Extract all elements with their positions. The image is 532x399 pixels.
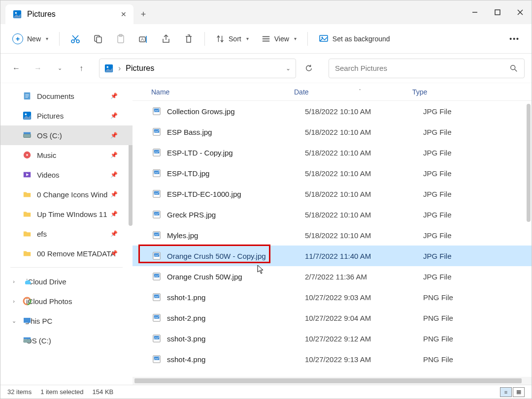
recent-button[interactable]: ⌄ [51, 60, 68, 77]
file-type: JPG File [423, 252, 532, 260]
col-name[interactable]: Name [151, 88, 294, 96]
sidebar-item-up-time-windows-11[interactable]: Up Time WIndows 11📌 [0, 204, 133, 224]
svg-rect-42 [24, 338, 31, 339]
thumbnails-view-button[interactable]: ▦ [513, 387, 525, 397]
tab-close-icon[interactable]: ✕ [121, 10, 127, 18]
file-date: 5/18/2022 10:10 AM [305, 211, 423, 219]
sidebar-item-music[interactable]: Music📌 [0, 145, 133, 165]
file-row[interactable]: sshot-1.png10/27/2022 9:03 AMPNG File [133, 287, 532, 307]
up-button[interactable]: ↑ [72, 60, 90, 77]
svg-point-1 [15, 12, 17, 14]
file-icon [151, 354, 162, 365]
sidebar-item-os-c-[interactable]: ›OS (C:) [0, 331, 133, 350]
col-date[interactable]: Date [294, 88, 412, 96]
search-input[interactable] [335, 64, 509, 72]
sidebar-item-documents[interactable]: Documents📌 [0, 86, 133, 106]
details-view-button[interactable]: ≡ [500, 387, 512, 397]
address-dropdown[interactable]: ⌄ [286, 65, 291, 72]
file-row[interactable]: sshot-4.png10/27/2022 9:13 AMPNG File [133, 349, 532, 369]
new-tab-button[interactable]: + [133, 4, 153, 24]
file-row[interactable]: Collection Grows.jpg5/18/2022 10:10 AMJP… [133, 101, 532, 122]
file-type: JPG File [423, 190, 532, 198]
expand-icon[interactable]: › [10, 278, 17, 284]
pictures-icon [104, 64, 113, 73]
file-row[interactable]: ESP Bass.jpg5/18/2022 10:10 AMJPG File [133, 122, 532, 142]
maximize-button[interactable] [486, 0, 509, 24]
file-row[interactable]: sshot-3.png10/27/2022 9:12 AMPNG File [133, 328, 532, 349]
search-icon[interactable] [509, 64, 518, 73]
file-icon [151, 188, 162, 199]
file-row[interactable]: ESP-LTD - Copy.jpg5/18/2022 10:10 AMJPG … [133, 142, 532, 163]
file-row[interactable]: ESP-LTD.jpg5/18/2022 10:10 AMJPG File [133, 163, 532, 184]
file-row[interactable]: Greck PRS.jpg5/18/2022 10:10 AMJPG File [133, 204, 532, 225]
sidebar-item-os-c-[interactable]: OS (C:)📌 [0, 125, 133, 145]
sidebar-item-this-pc[interactable]: ⌄This PC [0, 311, 133, 331]
sidebar-item-efs[interactable]: efs📌 [0, 224, 133, 244]
pictures-icon [12, 9, 22, 19]
file-type: JPG File [423, 128, 532, 136]
background-label: Set as background [332, 35, 390, 43]
file-date: 5/18/2022 10:10 AM [305, 169, 423, 178]
pin-icon: 📌 [110, 171, 118, 178]
sidebar-item-pictures[interactable]: Pictures📌 [0, 106, 133, 125]
file-icon [151, 312, 162, 323]
file-date: 5/18/2022 10:10 AM [305, 149, 423, 157]
file-row[interactable]: ESP-LTD-EC-1000.jpg5/18/2022 10:10 AMJPG… [133, 184, 532, 204]
tab-pictures[interactable]: Pictures ✕ [5, 4, 133, 24]
expand-icon[interactable]: › [10, 298, 17, 304]
separator [59, 32, 60, 46]
forward-button[interactable]: → [29, 60, 47, 77]
minimize-button[interactable] [464, 0, 486, 24]
vertical-scrollbar[interactable] [527, 104, 531, 222]
nav-row: ← → ⌄ ↑ › Pictures ⌄ [0, 54, 532, 83]
svg-point-24 [511, 65, 515, 69]
expand-icon[interactable]: ⌄ [10, 318, 17, 324]
more-button[interactable]: ••• [504, 30, 525, 48]
sort-asc-icon: ˆ [359, 89, 361, 94]
cut-button[interactable] [66, 30, 85, 48]
share-button[interactable] [156, 30, 176, 48]
file-row[interactable]: Orange Crush 50W - Copy.jpg11/7/2022 11:… [133, 246, 532, 266]
back-button[interactable]: ← [7, 60, 25, 77]
file-row[interactable]: Orange Crush 50W.jpg2/7/2022 11:36 AMJPG… [133, 266, 532, 287]
breadcrumb-sep: › [118, 64, 121, 73]
pin-icon: 📌 [110, 92, 118, 99]
sidebar-item-0-change-icons-wind[interactable]: 0 Change Icons Wind📌 [0, 184, 133, 204]
sidebar-item-icloud-photos[interactable]: ›iCloud Photos [0, 291, 133, 311]
sidebar-item-icloud-drive[interactable]: ›iCloud Drive [0, 272, 133, 291]
paste-button[interactable] [111, 30, 131, 48]
sort-button[interactable]: Sort▾ [211, 30, 254, 48]
file-list[interactable]: Collection Grows.jpg5/18/2022 10:10 AMJP… [133, 101, 532, 377]
horizontal-scrollbar[interactable] [133, 377, 532, 385]
refresh-button[interactable] [300, 64, 318, 73]
sidebar-icon [22, 229, 32, 239]
copy-button[interactable] [88, 30, 108, 48]
sidebar-label: OS (C:) [37, 131, 62, 140]
new-button[interactable]: + New ▾ [7, 30, 53, 48]
more-icon: ••• [509, 35, 520, 43]
sidebar-icon [22, 170, 32, 180]
breadcrumb-location[interactable]: Pictures [126, 64, 154, 73]
set-background-button[interactable]: Set as background [314, 30, 395, 48]
file-row[interactable]: sshot-2.png10/27/2022 9:04 AMPNG File [133, 307, 532, 328]
sidebar-item-00-remove-metadata[interactable]: 00 Remove METADATA📌 [0, 244, 133, 263]
sidebar-item-videos[interactable]: Videos📌 [0, 165, 133, 184]
file-row[interactable]: Myles.jpg5/18/2022 10:10 AMJPG File [133, 225, 532, 246]
close-window-button[interactable] [509, 0, 532, 24]
file-name: Myles.jpg [167, 231, 305, 240]
address-bar[interactable]: › Pictures ⌄ [99, 59, 296, 78]
sidebar-label: Videos [37, 171, 60, 179]
status-bar: 32 items 1 item selected 154 KB ≡ ▦ [0, 385, 532, 399]
rename-button[interactable]: A [133, 30, 153, 48]
status-selection: 1 item selected [40, 388, 83, 396]
toolbar: + New ▾ A Sort▾ View▾ Set as background … [0, 24, 532, 54]
delete-button[interactable] [179, 30, 199, 48]
view-button[interactable]: View▾ [257, 30, 301, 48]
col-type[interactable]: Type [412, 88, 532, 96]
file-icon [151, 168, 162, 179]
view-label: View [274, 35, 289, 43]
search-box[interactable] [329, 59, 525, 78]
sidebar-icon [22, 91, 32, 101]
share-icon [161, 34, 171, 44]
file-date: 5/18/2022 10:10 AM [305, 128, 423, 136]
